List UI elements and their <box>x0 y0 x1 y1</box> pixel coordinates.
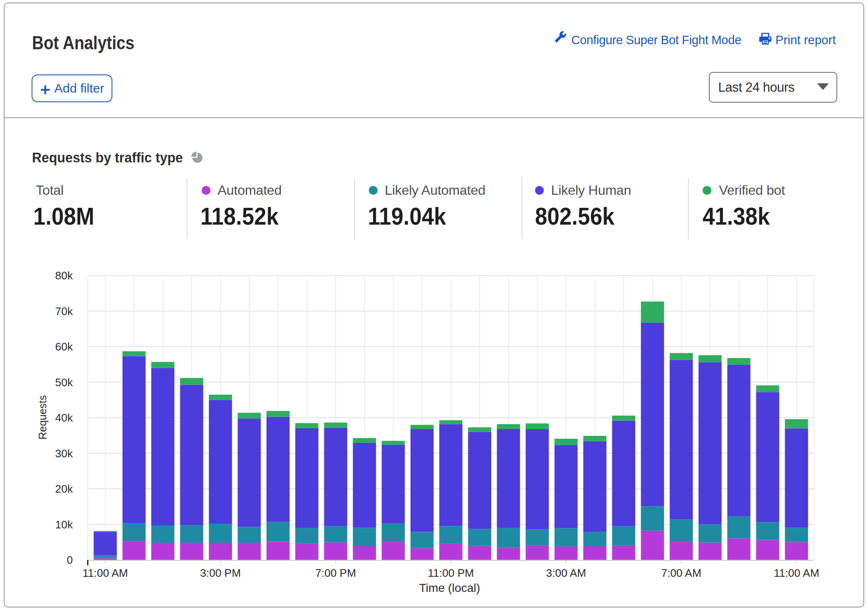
svg-text:Requests: Requests <box>37 395 48 440</box>
svg-text:70k: 70k <box>55 305 73 318</box>
svg-text:30k: 30k <box>55 447 73 460</box>
svg-text:3:00 PM: 3:00 PM <box>200 567 241 579</box>
svg-text:11:00 PM: 11:00 PM <box>428 567 474 579</box>
svg-text:11:00 AM: 11:00 AM <box>83 567 128 579</box>
svg-text:20k: 20k <box>55 483 73 495</box>
svg-text:Time (local): Time (local) <box>419 581 480 594</box>
svg-text:7:00 AM: 7:00 AM <box>661 567 701 579</box>
svg-text:10k: 10k <box>55 518 73 531</box>
svg-text:3:00 AM: 3:00 AM <box>546 567 586 579</box>
svg-text:60k: 60k <box>55 340 73 353</box>
svg-text:0: 0 <box>67 554 73 566</box>
svg-text:50k: 50k <box>55 376 73 389</box>
svg-text:80k: 80k <box>55 269 73 282</box>
svg-text:7:00 PM: 7:00 PM <box>315 567 356 579</box>
svg-text:40k: 40k <box>55 411 73 424</box>
svg-text:11:00 AM: 11:00 AM <box>774 567 819 579</box>
